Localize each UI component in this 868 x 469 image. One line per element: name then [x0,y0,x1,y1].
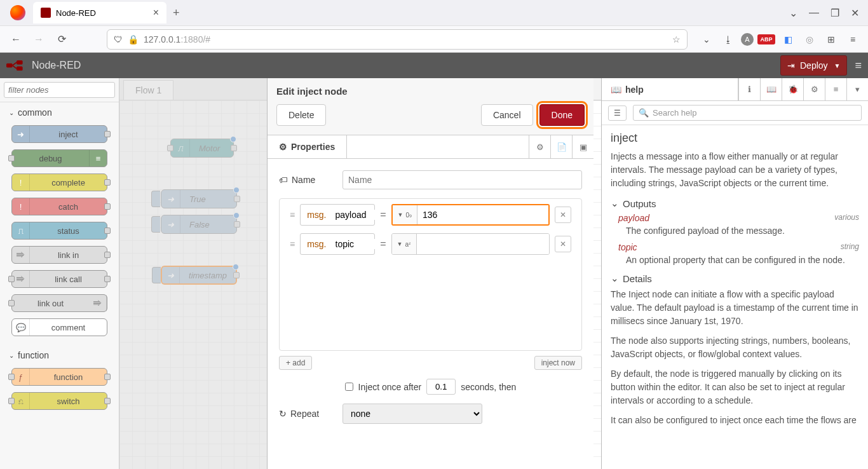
main-menu-button[interactable]: ≡ [855,59,862,72]
config-tab-icon[interactable]: ⚙ [803,78,825,100]
new-tab-button[interactable]: + [173,6,180,20]
chevron-down-icon[interactable]: ⌄ [789,7,797,19]
canvas-node-timestamp[interactable]: ➜timestamp [161,266,237,285]
abp-icon[interactable]: ABP [757,31,775,48]
comment-icon: 💬 [12,319,30,336]
catch-icon: ! [12,198,30,215]
palette-section-common[interactable]: ⌄common [0,102,119,123]
downloads-icon[interactable]: ⭳ [719,31,737,48]
inject-button[interactable] [152,267,161,283]
account-icon[interactable]: A [741,33,754,46]
inject-once-seconds-input[interactable] [426,379,456,395]
pocket-icon[interactable]: ⌄ [698,31,715,48]
palette-node-link-out[interactable]: link out⭆ [11,294,107,312]
window-restore-icon[interactable]: ❐ [831,7,839,19]
details-p4: It can also be configured to inject once… [611,414,859,427]
help-tab[interactable]: 📖help [602,78,738,100]
details-section[interactable]: ⌄Details [611,273,859,284]
canvas-node-motor[interactable]: ⎍Motor [170,139,234,158]
payload-value-input[interactable] [417,205,548,224]
extension-icon-2[interactable]: ◎ [801,31,818,48]
delete-row-button[interactable]: ✕ [555,207,571,223]
topic-value-input[interactable] [417,234,549,254]
topic-type: string [841,242,859,252]
link-in-icon: ⭆ [12,247,30,263]
palette-node-link-in[interactable]: ⭆link in [11,246,107,264]
inject-button[interactable] [151,191,160,207]
add-button[interactable]: + add [279,356,312,370]
repeat-icon: ↻ [279,409,287,419]
palette-node-catch[interactable]: !catch [11,198,107,215]
palette-node-debug[interactable]: debug≡ [11,149,107,167]
appearance-tab-icon[interactable]: ▣ [572,135,593,158]
env-tab-icon[interactable]: ⚙ [529,135,550,158]
inject-button[interactable] [151,216,160,233]
link-call-icon: ⭆ [12,271,30,287]
palette-node-complete[interactable]: !complete [11,173,107,191]
done-button[interactable]: Done [539,104,585,126]
properties-tab[interactable]: ⚙Properties [268,135,347,158]
delete-button[interactable]: Delete [276,104,326,126]
outputs-section[interactable]: ⌄Outputs [611,198,859,209]
switch-icon: ⎌ [12,393,30,409]
inject-icon: ➜ [12,126,30,142]
topic-type-selector[interactable]: ▼aᶻ [392,234,417,254]
tab-title: Node-RED [56,8,96,18]
drag-handle-icon[interactable]: ≡ [290,210,295,220]
inject-now-button[interactable]: inject now [534,356,582,370]
payload-type-selector[interactable]: ▼0₉ [393,205,417,224]
canvas-node-false[interactable]: ➜False [161,215,237,234]
window-minimize-icon[interactable]: — [809,7,819,19]
reload-button[interactable]: ⟳ [52,30,71,49]
filter-nodes-input[interactable] [4,82,115,98]
palette-node-link-call[interactable]: ⭆link call [11,270,107,288]
chevron-down-icon: ⌄ [611,198,619,209]
close-tab-icon[interactable]: × [153,7,159,18]
details-p1: The Inject node can initiate a flow with… [611,288,859,328]
palette-node-function[interactable]: ƒfunction [11,368,107,386]
palette-node-inject[interactable]: ➜inject [11,125,107,143]
equals-sign: = [380,209,386,221]
debug-tab-icon[interactable]: 🐞 [782,78,803,100]
delete-row-button[interactable]: ✕ [555,236,571,252]
name-input[interactable] [342,170,582,189]
tag-icon: 🏷 [279,175,288,185]
drag-handle-icon[interactable]: ≡ [290,239,295,249]
info-tab-icon[interactable]: ℹ [738,78,760,100]
deploy-button[interactable]: ⇥ Deploy ▼ [780,55,848,76]
bookmark-icon[interactable]: ☆ [672,34,681,44]
canvas-node-true[interactable]: ➜True [161,189,237,208]
palette-section-function[interactable]: ⌄function [0,345,119,365]
seconds-then-label: seconds, then [461,382,516,392]
number-type-icon: 0₉ [405,212,412,219]
repeat-select[interactable]: none [342,404,482,424]
browser-menu-icon[interactable]: ≡ [844,31,862,48]
description-tab-icon[interactable]: 📄 [550,135,572,158]
payload-term: payload [618,213,649,223]
context-tab-icon[interactable]: ≡ [825,78,846,100]
url-bar[interactable]: 🛡 🔒 127.0.0.1:1880/# ☆ [107,29,688,50]
deploy-dropdown-icon[interactable]: ▼ [834,62,841,69]
palette-node-switch[interactable]: ⎌switch [11,392,107,410]
back-button[interactable]: ← [6,30,25,49]
help-search-input[interactable]: 🔍Search help [633,105,862,121]
deploy-icon: ⇥ [787,60,795,71]
cancel-button[interactable]: Cancel [481,104,533,126]
toc-button[interactable]: ☰ [608,105,627,121]
inject-once-checkbox[interactable] [345,383,353,391]
palette-node-status[interactable]: ⎍status [11,222,107,240]
window-close-icon[interactable]: ✕ [851,7,859,19]
help-tab-icon[interactable]: 📖 [760,78,782,100]
inject-icon: ➜ [161,190,180,208]
details-p2: The node also supports injecting strings… [611,334,859,361]
extensions-icon[interactable]: ⊞ [822,31,840,48]
sidebar-dropdown-icon[interactable]: ▾ [846,78,868,100]
payload-type: various [834,213,859,223]
edit-dialog: Edit inject node Delete Cancel Done ⚙Pro… [267,78,593,469]
workspace-tab-flow1[interactable]: Flow 1 [123,80,173,100]
extension-icon-1[interactable]: ◧ [779,31,797,48]
palette-node-comment[interactable]: 💬comment [11,318,107,336]
browser-tab[interactable]: Node-RED × [33,2,166,24]
app-header: Node-RED ⇥ Deploy ▼ ≡ [0,53,868,78]
help-node-name: inject [611,132,859,145]
